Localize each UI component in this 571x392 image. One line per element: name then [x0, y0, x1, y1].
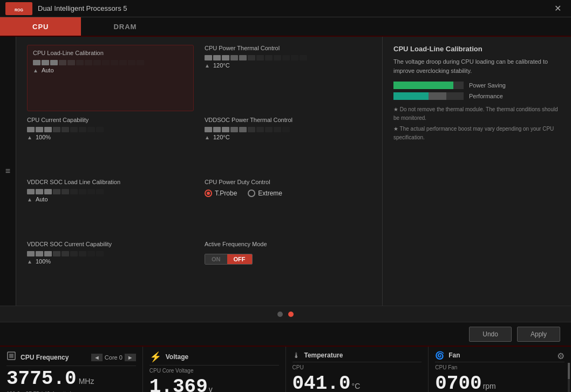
active-freq-mode-label: Active Frequency Mode [205, 241, 371, 247]
temperature-unit: °C [352, 382, 361, 390]
titlebar: ROG Dual Intelligent Processors 5 ✕ [0, 0, 571, 17]
fan-unit: rpm [483, 382, 496, 390]
cpu-freq-nav: ◄ Core 0 ► [91, 354, 136, 361]
bar-power-saving-row: Power Saving [393, 82, 560, 89]
cpu-power-thermal-label: CPU Power Thermal Control [205, 45, 371, 51]
vddcr-soc-load-group: VDDCR SOC Load Line Calibration ▲ Auto [27, 179, 194, 235]
vddcr-soc-load-slider[interactable] [27, 188, 194, 195]
radio-tprobe[interactable]: T.Probe [205, 190, 237, 197]
slider-arrow-left: ▲ [33, 67, 38, 73]
fan-value: 0700 [435, 373, 481, 392]
cpu-current-cap-group: CPU Current Capability ▲ 100% [27, 117, 194, 173]
vddcr-soc-current-value: 100% [36, 258, 51, 265]
apply-button[interactable]: Apply [517, 327, 560, 342]
vddsoc-power-thermal-group: VDDSOC Power Thermal Control ▲ 120°C [205, 117, 371, 173]
vddcr-soc-load-value: Auto [36, 196, 48, 202]
settings-gear-icon[interactable]: ⚙ [557, 351, 565, 361]
slider-arrow-left: ▲ [27, 259, 32, 265]
tabbar: CPU DRAM [0, 17, 571, 37]
voltage-icon: ⚡ [149, 351, 161, 363]
fan-main: 0700 rpm [435, 373, 565, 392]
footer-buttons: Undo Apply [0, 322, 571, 346]
rog-logo: ROG [5, 2, 32, 15]
vddcr-soc-current-group: VDDCR SOC Current Capability ▲ 100% [27, 241, 194, 298]
cpu-freq-icon [6, 351, 16, 363]
cpu-power-thermal-value-row: ▲ 120°C [205, 62, 371, 69]
toggle-on-label: ON [205, 254, 227, 264]
voltage-main: 1.369 v [149, 376, 279, 392]
vddcr-soc-current-slider[interactable] [27, 251, 194, 257]
info-panel-title: CPU Load-Line Calibration [393, 45, 560, 53]
bar-performance-label: Performance [469, 93, 503, 99]
close-button[interactable]: ✕ [550, 2, 566, 15]
stats-bar: CPU Frequency ◄ Core 0 ► 3775.0 MHz 100.… [0, 346, 571, 392]
cpu-load-line-slider[interactable] [33, 59, 188, 66]
vddsoc-power-thermal-value: 120°C [213, 134, 230, 140]
pagination-dot-1[interactable] [277, 312, 283, 317]
temperature-section: 🌡 Temperature CPU 041.0 °C MotherBoard 3… [286, 347, 429, 392]
toggle-off-label: OFF [227, 254, 252, 264]
tab-cpu[interactable]: CPU [0, 17, 81, 36]
temperature-icon: 🌡 [293, 351, 300, 360]
app-title: Dual Intelligent Processors 5 [38, 4, 550, 12]
svg-text:ROG: ROG [15, 8, 24, 12]
cpu-load-line-label: CPU Load-Line Calibration [33, 50, 188, 56]
pagination [0, 306, 571, 322]
cpu-freq-prev-btn[interactable]: ◄ [91, 354, 103, 361]
cpu-power-thermal-group: CPU Power Thermal Control ▲ 120°C [205, 45, 371, 111]
voltage-header: ⚡ Voltage [149, 351, 279, 366]
active-freq-mode-group: Active Frequency Mode ON OFF [205, 241, 371, 298]
cpu-freq-next-btn[interactable]: ► [125, 354, 136, 361]
fan-icon: 🌀 [435, 351, 444, 360]
radio-extreme[interactable]: Extreme [248, 190, 282, 197]
vddsoc-power-thermal-value-row: ▲ 120°C [205, 134, 371, 140]
vddcr-soc-current-value-row: ▲ 100% [27, 258, 194, 265]
fan-header: 🌀 Fan ⚙ [435, 351, 565, 362]
voltage-value: 1.369 [149, 376, 208, 392]
sidebar-toggle[interactable]: ≡ [0, 37, 16, 306]
info-notes: ★ Do not remove the thermal module. The … [393, 105, 560, 142]
cpu-freq-header: CPU Frequency ◄ Core 0 ► [6, 351, 136, 366]
info-note-2: ★ The actual performance boost may vary … [393, 125, 560, 142]
undo-button[interactable]: Undo [469, 327, 512, 342]
cpu-load-line-value: Auto [42, 67, 54, 73]
cpu-power-duty-options: T.Probe Extreme [205, 190, 371, 197]
bar-performance-fill-cyan [393, 92, 429, 100]
info-panel: CPU Load-Line Calibration The voltage dr… [382, 37, 571, 306]
cpu-current-cap-slider[interactable] [27, 126, 194, 133]
vddcr-soc-current-label: VDDCR SOC Current Capability [27, 241, 194, 247]
cpu-load-line-value-row: ▲ Auto [33, 67, 188, 73]
main-content: ≡ CPU Load-Line Calibration ▲ Auto CPU P… [0, 37, 571, 306]
voltage-section: ⚡ Voltage CPU Core Voltage 1.369 v +12V … [143, 347, 286, 392]
bar-power-saving-fill [393, 82, 453, 89]
fan-title: Fan [448, 352, 460, 359]
active-freq-mode-toggle[interactable]: ON OFF [205, 254, 253, 265]
pagination-dot-2[interactable] [288, 312, 294, 317]
cpu-freq-value: 3775.0 [6, 368, 77, 390]
cpu-current-cap-value: 100% [36, 134, 51, 140]
tab-dram[interactable]: DRAM [81, 17, 169, 36]
slider-arrow-left: ▲ [27, 134, 32, 140]
cpu-power-thermal-slider[interactable] [205, 55, 371, 61]
info-note-1: ★ Do not remove the thermal module. The … [393, 105, 560, 123]
cpu-freq-unit: MHz [79, 377, 94, 386]
slider-arrow-left: ▲ [205, 134, 210, 140]
voltage-unit: v [209, 385, 213, 392]
radio-tprobe-circle [205, 190, 212, 197]
cpu-power-duty-group: CPU Power Duty Control T.Probe Extreme [205, 179, 371, 235]
temperature-main: 041.0 °C [293, 373, 422, 392]
vddcr-soc-load-value-row: ▲ Auto [27, 196, 194, 202]
cpu-freq-title: CPU Frequency [21, 354, 69, 361]
cpu-current-cap-label: CPU Current Capability [27, 117, 194, 123]
cpu-freq-section: CPU Frequency ◄ Core 0 ► 3775.0 MHz 100.… [0, 347, 143, 392]
cpu-power-duty-label: CPU Power Duty Control [205, 179, 371, 185]
info-panel-description: The voltage droop during CPU loading can… [393, 57, 560, 75]
bar-power-saving-container [393, 82, 464, 89]
fan-section: 🌀 Fan ⚙ CPU Fan 0700 rpm CPU_OPT 0 rpm C… [429, 347, 571, 392]
cpu-current-cap-value-row: ▲ 100% [27, 134, 194, 140]
slider-arrow-left: ▲ [27, 197, 32, 202]
fan-scrollbar[interactable] [568, 363, 570, 392]
radio-tprobe-label: T.Probe [215, 190, 237, 197]
vddsoc-power-thermal-slider[interactable] [205, 126, 371, 133]
bar-performance-fill-gray [429, 92, 446, 100]
